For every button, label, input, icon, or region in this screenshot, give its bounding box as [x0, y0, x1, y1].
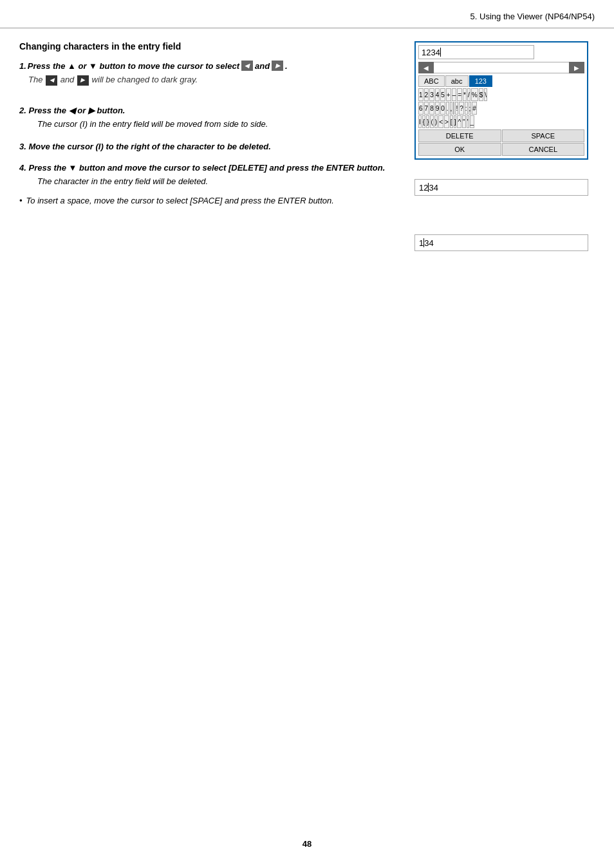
- key-paren-close[interactable]: ): [434, 115, 438, 128]
- page-number: 48: [0, 839, 614, 849]
- tab-row: ABC abc 123: [418, 75, 584, 87]
- key-slash[interactable]: /: [467, 88, 470, 101]
- step4-val-right: 34: [424, 238, 433, 248]
- key-1[interactable]: 1: [418, 88, 423, 101]
- right-column: 1234 ◀ ▶ ABC abc 123 1 2 3: [414, 41, 595, 264]
- step-2: 2. Press the ◀ or ▶ button. The cursor (…: [19, 106, 402, 131]
- entry-field[interactable]: 1234: [418, 45, 534, 59]
- space-button[interactable]: SPACE: [502, 129, 585, 142]
- key-9[interactable]: 9: [435, 102, 440, 115]
- key-8[interactable]: 8: [429, 102, 434, 115]
- left-arrow-btn[interactable]: ◀: [241, 61, 253, 71]
- key-empty: [453, 102, 454, 115]
- delete-button[interactable]: DELETE: [418, 129, 501, 142]
- step-1-number: 1.: [19, 61, 26, 71]
- key-4[interactable]: 4: [435, 88, 440, 101]
- key-gt[interactable]: >: [444, 115, 449, 128]
- key-hash[interactable]: #: [472, 102, 477, 115]
- key-minus[interactable]: –: [452, 88, 457, 101]
- key-brace-close[interactable]: }: [426, 115, 429, 128]
- section-title: Changing characters in the entry field: [19, 41, 402, 52]
- step2-entry-preview: 12 34: [414, 179, 595, 196]
- ok-cancel-row: OK CANCEL: [418, 143, 584, 156]
- left-column: Changing characters in the entry field 1…: [19, 41, 402, 264]
- key-underscore[interactable]: _: [470, 115, 475, 128]
- key-caret[interactable]: ^: [457, 115, 461, 128]
- right-arrow-dark[interactable]: ▶: [77, 75, 89, 86]
- step-4-number: 4.: [19, 163, 26, 173]
- step-3-text: Move the cursor (I) to the right of the …: [28, 142, 270, 151]
- keyboard-widget: 1234 ◀ ▶ ABC abc 123 1 2 3: [414, 41, 588, 160]
- step-2-body: The cursor (I) in the entry field will b…: [28, 118, 402, 131]
- step-4-body: The character in the entry field will be…: [28, 175, 402, 188]
- delete-space-row: DELETE SPACE: [418, 129, 584, 142]
- step-1-and: and: [255, 61, 270, 71]
- step-2-desc: The cursor (I) in the entry field will b…: [37, 118, 402, 131]
- step2-val-right: 34: [429, 183, 438, 193]
- ok-button[interactable]: OK: [418, 143, 501, 156]
- key-7[interactable]: 7: [424, 102, 429, 115]
- key-row-2: 6 7 8 9 0 . , ! ? : ; #: [418, 102, 584, 115]
- step-3-header: 3. Move the cursor (I) to the right of t…: [19, 142, 402, 151]
- key-5[interactable]: 5: [440, 88, 445, 101]
- header-title: 5. Using the Viewer (NP64/NP54): [470, 12, 595, 21]
- step-4: 4. Press the ▼ button and move the curso…: [19, 163, 402, 207]
- step4-entry-field: 1 34: [414, 234, 588, 251]
- key-2[interactable]: 2: [424, 88, 429, 101]
- cancel-button[interactable]: CANCEL: [502, 143, 585, 156]
- key-cursor-I[interactable]: I: [418, 115, 422, 128]
- step2-val-left: 12: [419, 183, 428, 193]
- key-3[interactable]: 3: [429, 88, 434, 101]
- key-dot[interactable]: .: [446, 102, 449, 115]
- key-squote[interactable]: ': [467, 115, 469, 128]
- step-2-header: 2. Press the ◀ or ▶ button.: [19, 106, 402, 115]
- step-4-header: 4. Press the ▼ button and move the curso…: [19, 163, 402, 173]
- bullet-item: • To insert a space, move the cursor to …: [19, 194, 402, 207]
- key-plus[interactable]: +: [446, 88, 451, 101]
- step-3: 3. Move the cursor (I) to the right of t…: [19, 142, 402, 151]
- key-brace-open[interactable]: {: [422, 115, 425, 128]
- page-header: 5. Using the Viewer (NP64/NP54): [0, 0, 614, 28]
- key-star[interactable]: *: [463, 88, 467, 101]
- key-semicolon[interactable]: ;: [469, 102, 472, 115]
- step4-entry-preview: 1 34: [414, 234, 595, 251]
- right-arrow-btn[interactable]: ▶: [272, 61, 283, 71]
- key-colon[interactable]: :: [465, 102, 468, 115]
- nav-right-arrow[interactable]: ▶: [569, 62, 584, 73]
- key-exclaim[interactable]: !: [455, 102, 458, 115]
- step-1-header: 1. Press the ▲ or ▼ button to move the c…: [19, 61, 402, 71]
- step-2-number: 2.: [19, 106, 26, 115]
- key-comma[interactable]: ,: [450, 102, 453, 115]
- key-6[interactable]: 6: [418, 102, 423, 115]
- step-4-desc: The character in the entry field will be…: [37, 175, 402, 188]
- bullet-text: To insert a space, move the cursor to se…: [26, 194, 334, 207]
- tab-123[interactable]: 123: [469, 75, 492, 87]
- key-bracket-close[interactable]: ]: [454, 115, 457, 128]
- tab-abc[interactable]: ABC: [418, 75, 445, 87]
- left-arrow-dark[interactable]: ◀: [46, 75, 57, 86]
- step4-val-left: 1: [419, 238, 423, 248]
- key-dquote[interactable]: ": [462, 115, 466, 128]
- key-row-3: I { } ( ) < > [ ] ^ " ' _: [418, 115, 584, 128]
- nav-left-arrow[interactable]: ◀: [418, 62, 434, 73]
- key-0[interactable]: 0: [440, 102, 445, 115]
- step-2-text: Press the ◀ or ▶ button.: [28, 106, 125, 115]
- key-row-1: 1 2 3 4 5 + – = * / % $ \: [418, 88, 584, 101]
- key-equals[interactable]: =: [457, 88, 462, 101]
- key-backslash[interactable]: \: [484, 88, 487, 101]
- tab-abc-lower[interactable]: abc: [445, 75, 469, 87]
- key-lt[interactable]: <: [438, 115, 443, 128]
- entry-field-row: 1234: [418, 45, 584, 59]
- step-1-sub: The ◀ and ▶ will be changed to dark gray…: [28, 73, 402, 86]
- step2-entry-field: 12 34: [414, 179, 588, 196]
- step-3-number: 3.: [19, 142, 26, 151]
- bullet-dot: •: [19, 194, 23, 207]
- step-4-text: Press the ▼ button and move the cursor t…: [28, 163, 385, 173]
- key-paren-open[interactable]: (: [430, 115, 433, 128]
- step-1: 1. Press the ▲ or ▼ button to move the c…: [19, 61, 402, 86]
- key-question[interactable]: ?: [459, 102, 464, 115]
- key-dollar[interactable]: $: [479, 88, 484, 101]
- key-bracket-open[interactable]: [: [450, 115, 453, 128]
- cursor-bar: [440, 48, 441, 57]
- key-percent[interactable]: %: [471, 88, 478, 101]
